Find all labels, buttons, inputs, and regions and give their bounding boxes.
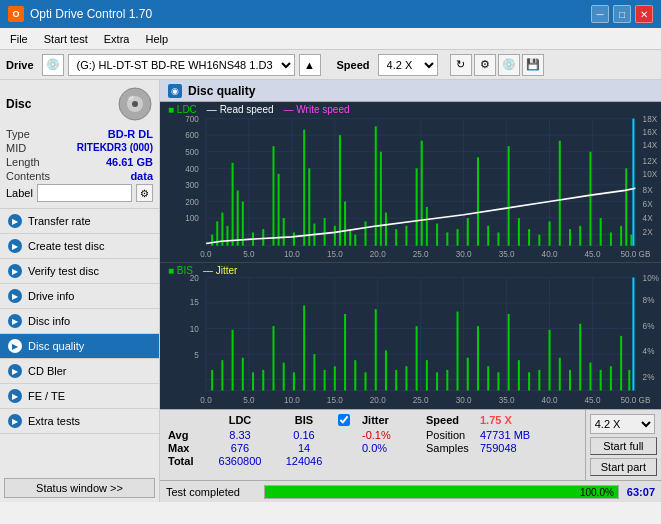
disc-label-input[interactable]	[37, 184, 132, 202]
disc-length-label: Length	[6, 156, 40, 168]
menu-bar: File Start test Extra Help	[0, 28, 661, 50]
svg-rect-54	[303, 130, 305, 246]
svg-rect-151	[405, 366, 407, 390]
svg-rect-143	[324, 370, 326, 391]
sidebar-item-disc-quality[interactable]: ▶ Disc quality	[0, 334, 159, 359]
svg-rect-61	[349, 229, 351, 246]
stats-right-panel: 4.2 X Start full Start part	[585, 410, 661, 480]
minimize-button[interactable]: ─	[591, 5, 609, 23]
chart1-svg: 700 600 500 400 300 200 100 18X 16X 14X …	[160, 102, 661, 262]
read-speed-legend: — Read speed	[207, 104, 274, 115]
svg-rect-65	[380, 152, 382, 246]
drive-bar: Drive 💿 (G:) HL-DT-ST BD-RE WH16NS48 1.D…	[0, 50, 661, 80]
sidebar-item-disc-info[interactable]: ▶ Disc info	[0, 309, 159, 334]
svg-rect-91	[625, 168, 627, 245]
svg-rect-161	[508, 314, 510, 391]
svg-rect-69	[416, 168, 418, 245]
menu-start-test[interactable]: Start test	[38, 31, 94, 47]
status-text: Test completed	[166, 486, 256, 498]
create-test-label: Create test disc	[28, 240, 104, 252]
avg-bis: 0.16	[274, 429, 334, 441]
svg-text:5.0: 5.0	[243, 394, 254, 405]
disc-contents-row: Contents data	[6, 170, 153, 182]
svg-rect-66	[385, 213, 387, 246]
menu-help[interactable]: Help	[139, 31, 174, 47]
svg-rect-70	[421, 141, 423, 246]
drive-disc-icon[interactable]: 💿	[42, 54, 64, 76]
svg-rect-171	[610, 366, 612, 390]
svg-rect-59	[339, 135, 341, 246]
status-window-button[interactable]: Status window >>	[4, 478, 155, 498]
svg-rect-80	[518, 218, 520, 246]
drive-info-icon: ▶	[8, 289, 22, 303]
sidebar-item-transfer-rate[interactable]: ▶ Transfer rate	[0, 209, 159, 234]
app-icon: O	[8, 6, 24, 22]
speed-col-label: Speed	[426, 414, 476, 428]
svg-rect-164	[538, 370, 540, 391]
speed-select[interactable]: 4.2 X	[378, 54, 438, 76]
svg-text:25.0: 25.0	[413, 248, 429, 258]
svg-rect-141	[303, 306, 305, 391]
svg-text:8X: 8X	[643, 184, 653, 194]
svg-rect-92	[630, 235, 632, 246]
disc-quality-icon: ▶	[8, 339, 22, 353]
svg-rect-60	[344, 201, 346, 245]
svg-rect-165	[549, 330, 551, 391]
svg-rect-166	[559, 358, 561, 391]
svg-rect-52	[283, 218, 285, 246]
avg-spacer	[338, 429, 358, 441]
svg-text:2%: 2%	[643, 371, 655, 382]
checkbox-col	[338, 414, 358, 428]
sidebar-item-drive-info[interactable]: ▶ Drive info	[0, 284, 159, 309]
svg-rect-159	[487, 366, 489, 390]
sidebar-item-cd-bler[interactable]: ▶ CD Bler	[0, 359, 159, 384]
svg-text:15.0: 15.0	[327, 248, 343, 258]
start-full-button[interactable]: Start full	[590, 437, 657, 455]
svg-rect-53	[293, 232, 295, 245]
sidebar-item-verify-test[interactable]: ▶ Verify test disc	[0, 259, 159, 284]
sidebar-item-create-test[interactable]: ▶ Create test disc	[0, 234, 159, 259]
progress-bar	[265, 486, 618, 498]
menu-extra[interactable]: Extra	[98, 31, 136, 47]
menu-file[interactable]: File	[4, 31, 34, 47]
refresh-icon[interactable]: ↻	[450, 54, 472, 76]
content-panel: ◉ Disc quality ■ LDC — Read speed — Writ…	[160, 80, 661, 502]
jitter-checkbox[interactable]	[338, 414, 350, 426]
svg-rect-146	[354, 360, 356, 390]
bis-col-header: BIS	[274, 414, 334, 428]
sidebar-item-fe-te[interactable]: ▶ FE / TE	[0, 384, 159, 409]
svg-rect-93	[632, 119, 634, 246]
svg-text:6X: 6X	[643, 199, 653, 209]
stats-main: LDC BIS Jitter Speed 1.75 X Avg 8.33 0.1…	[160, 410, 585, 480]
ldc-chart: ■ LDC — Read speed — Write speed	[160, 102, 661, 263]
transfer-rate-label: Transfer rate	[28, 215, 91, 227]
settings-icon[interactable]: ⚙	[474, 54, 496, 76]
verify-test-label: Verify test disc	[28, 265, 99, 277]
quality-panel-icon: ◉	[168, 84, 182, 98]
svg-rect-154	[436, 373, 438, 391]
close-button[interactable]: ✕	[635, 5, 653, 23]
speed-dropdown[interactable]: 4.2 X	[590, 414, 655, 434]
disc-mid-label: MID	[6, 142, 26, 154]
maximize-button[interactable]: □	[613, 5, 631, 23]
svg-rect-73	[446, 232, 448, 245]
svg-rect-68	[405, 226, 407, 246]
save-icon[interactable]: 💾	[522, 54, 544, 76]
svg-text:2X: 2X	[643, 226, 653, 236]
eject-icon[interactable]: ▲	[299, 54, 321, 76]
svg-point-2	[132, 101, 138, 107]
svg-text:100: 100	[185, 213, 199, 223]
status-bar: Test completed 100.0% 63:07	[160, 480, 661, 502]
drive-select[interactable]: (G:) HL-DT-ST BD-RE WH16NS48 1.D3	[68, 54, 295, 76]
sidebar-item-extra-tests[interactable]: ▶ Extra tests	[0, 409, 159, 434]
disc-icon[interactable]: 💿	[498, 54, 520, 76]
svg-rect-137	[262, 370, 264, 391]
svg-rect-160	[497, 373, 499, 391]
svg-text:25.0: 25.0	[413, 394, 429, 405]
start-part-button[interactable]: Start part	[590, 458, 657, 476]
svg-rect-145	[344, 314, 346, 391]
svg-rect-78	[497, 232, 499, 245]
disc-label-btn[interactable]: ⚙	[136, 184, 153, 202]
svg-text:35.0: 35.0	[499, 248, 515, 258]
svg-rect-67	[395, 229, 397, 246]
